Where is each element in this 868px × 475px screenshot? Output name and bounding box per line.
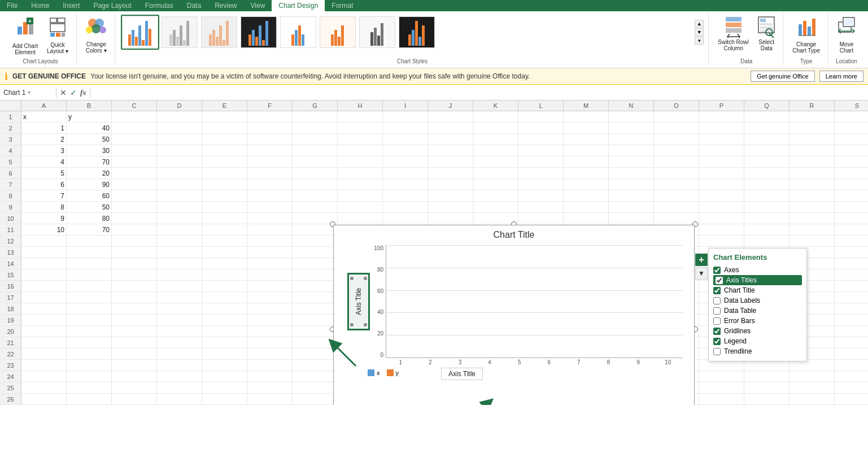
cell[interactable] — [699, 224, 744, 236]
cancel-formula-icon[interactable]: ✕ — [60, 88, 67, 97]
cell[interactable] — [21, 315, 67, 326]
cell[interactable] — [21, 247, 67, 258]
cell[interactable] — [383, 168, 428, 179]
cell[interactable] — [835, 292, 868, 303]
cell[interactable] — [835, 382, 868, 394]
cell[interactable]: 90 — [67, 179, 112, 190]
cell[interactable] — [790, 134, 835, 145]
cell[interactable] — [247, 123, 293, 134]
cell[interactable] — [112, 258, 157, 269]
cell[interactable] — [744, 224, 790, 236]
cell[interactable] — [247, 179, 293, 190]
cell[interactable] — [67, 337, 112, 348]
cell[interactable] — [202, 258, 247, 269]
cell[interactable] — [790, 156, 835, 168]
confirm-formula-icon[interactable]: ✓ — [70, 88, 77, 97]
cell[interactable] — [112, 213, 157, 224]
cell[interactable] — [157, 360, 202, 371]
cell[interactable] — [609, 202, 654, 213]
cell[interactable] — [473, 168, 518, 179]
cell[interactable] — [699, 156, 744, 168]
cell[interactable] — [790, 145, 835, 156]
cell[interactable] — [202, 281, 247, 292]
cell[interactable] — [293, 258, 338, 269]
cell[interactable] — [835, 337, 868, 348]
cell[interactable] — [835, 123, 868, 134]
cell[interactable] — [202, 292, 247, 303]
cell[interactable] — [428, 190, 473, 202]
cell[interactable] — [157, 371, 202, 382]
tab-view[interactable]: View — [244, 0, 272, 11]
cell[interactable] — [338, 168, 383, 179]
cell[interactable] — [112, 123, 157, 134]
cell[interactable] — [699, 134, 744, 145]
chart-style-3[interactable] — [200, 15, 238, 50]
chart-style-2[interactable] — [160, 15, 199, 50]
scroll-expand-button[interactable]: ▾ — [695, 37, 704, 45]
cell[interactable] — [67, 236, 112, 247]
learn-more-button[interactable]: Learn more — [819, 71, 863, 82]
cell[interactable] — [247, 315, 293, 326]
cell[interactable] — [21, 292, 67, 303]
cell[interactable] — [699, 236, 744, 247]
cell[interactable]: 60 — [67, 190, 112, 202]
cell[interactable] — [338, 156, 383, 168]
cell[interactable] — [112, 156, 157, 168]
cell[interactable] — [744, 360, 790, 371]
cell[interactable] — [473, 190, 518, 202]
cell[interactable] — [112, 348, 157, 360]
cell[interactable] — [699, 145, 744, 156]
cell[interactable] — [790, 224, 835, 236]
formula-input[interactable] — [90, 88, 868, 98]
cell[interactable] — [247, 326, 293, 337]
cell[interactable] — [21, 269, 67, 281]
cell[interactable] — [293, 281, 338, 292]
cell[interactable] — [67, 382, 112, 394]
chart-title[interactable]: Chart Title — [334, 230, 694, 240]
cell[interactable] — [744, 111, 790, 123]
cell[interactable] — [293, 111, 338, 123]
tab-file[interactable]: File — [0, 0, 24, 11]
cell[interactable] — [67, 326, 112, 337]
cell[interactable] — [67, 281, 112, 292]
cell[interactable] — [564, 179, 609, 190]
cell[interactable]: 70 — [67, 224, 112, 236]
cell[interactable]: 70 — [67, 156, 112, 168]
cell[interactable] — [699, 190, 744, 202]
cell[interactable] — [699, 202, 744, 213]
resize-handle-tr[interactable] — [364, 277, 367, 280]
cell[interactable] — [293, 337, 338, 348]
cell[interactable] — [338, 134, 383, 145]
cell[interactable] — [247, 258, 293, 269]
cell[interactable] — [202, 394, 247, 405]
cell[interactable] — [293, 292, 338, 303]
cell[interactable] — [654, 202, 699, 213]
cell[interactable] — [835, 371, 868, 382]
cell[interactable] — [609, 179, 654, 190]
cell[interactable]: y — [67, 111, 112, 123]
cell[interactable] — [428, 168, 473, 179]
cell[interactable] — [654, 156, 699, 168]
cell[interactable] — [112, 134, 157, 145]
cell[interactable] — [473, 179, 518, 190]
cell[interactable] — [699, 179, 744, 190]
cell[interactable] — [338, 179, 383, 190]
cell[interactable] — [112, 315, 157, 326]
cell[interactable] — [202, 269, 247, 281]
chart-elements-plus-button[interactable]: + — [695, 254, 708, 266]
cell[interactable] — [247, 236, 293, 247]
cell[interactable] — [518, 156, 564, 168]
cell[interactable] — [428, 111, 473, 123]
cell[interactable] — [428, 202, 473, 213]
cell[interactable] — [428, 134, 473, 145]
cell[interactable] — [247, 247, 293, 258]
cell[interactable] — [699, 382, 744, 394]
tab-format[interactable]: Format — [325, 0, 360, 11]
cell[interactable] — [202, 145, 247, 156]
chart-style-8[interactable] — [398, 15, 436, 50]
cell[interactable] — [473, 134, 518, 145]
cell[interactable] — [21, 394, 67, 405]
cell[interactable] — [790, 190, 835, 202]
cell[interactable] — [112, 179, 157, 190]
move-chart-button[interactable]: Move Chart — [834, 15, 859, 55]
